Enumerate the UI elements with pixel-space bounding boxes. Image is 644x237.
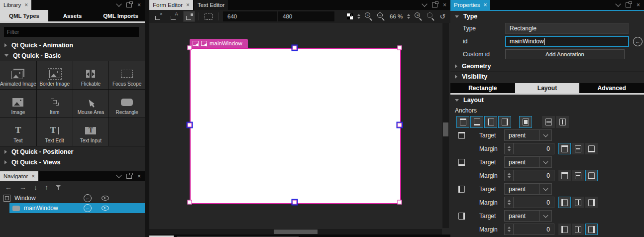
visibility-eye-icon[interactable] [102, 206, 109, 211]
library-item-mouse-area[interactable]: Mouse Area [73, 90, 109, 118]
margin-stepper[interactable] [504, 143, 514, 154]
reset-view-icon[interactable]: ↺ [439, 13, 445, 20]
tab-qml-imports[interactable]: QML Imports [97, 10, 145, 21]
close-icon[interactable]: × [137, 173, 141, 180]
section-qt-quick-positioner[interactable]: Qt Quick - Positioner [0, 146, 145, 157]
edge-bottom-button[interactable] [585, 143, 598, 154]
anchor-vertical-center-button[interactable] [542, 116, 555, 128]
override-width-field[interactable]: 640 [223, 11, 277, 21]
chevron-down-icon[interactable] [422, 1, 427, 6]
float-window-icon[interactable] [432, 2, 437, 7]
tab-text-editor[interactable]: Text Editor [194, 0, 228, 10]
visibility-eye-icon[interactable] [102, 196, 109, 201]
resize-handle-bottom-left[interactable] [188, 200, 192, 205]
export-alias-icon[interactable]: ← [84, 194, 92, 202]
subtab-rectangle[interactable]: Rectangle [450, 83, 515, 93]
top-target-dropdown[interactable]: parent [504, 129, 552, 141]
edge-left-button[interactable] [558, 224, 571, 235]
right-target-dropdown[interactable]: parent [504, 210, 552, 222]
anchor-top-button[interactable] [456, 116, 469, 128]
tree-row-window[interactable]: Window ← [0, 193, 145, 203]
resize-handle-mid-left[interactable] [188, 123, 192, 127]
close-icon[interactable]: × [137, 1, 141, 8]
library-item-focus-scope[interactable]: Focus Scope [109, 61, 145, 89]
subtab-layout[interactable]: Layout [515, 83, 580, 93]
vertical-scroll-thumb[interactable] [443, 122, 448, 136]
export-alias-icon[interactable]: ← [84, 204, 92, 212]
library-item-rectangle[interactable]: Rectangle [109, 90, 145, 118]
type-value-field[interactable]: Rectangle [505, 23, 629, 34]
add-annotation-button[interactable]: Add Annotation [505, 49, 625, 59]
properties-tab[interactable]: Properties × [450, 0, 490, 10]
edge-vcenter-button[interactable] [572, 143, 584, 154]
snap-anchors-button[interactable]: A [168, 11, 180, 22]
section-qt-quick-basic[interactable]: Qt Quick - Basic [0, 50, 145, 61]
snapping-button[interactable] [183, 11, 195, 22]
section-qt-quick-animation[interactable]: Qt Quick - Animation [0, 40, 145, 50]
navigator-tab[interactable]: Navigator × [0, 171, 38, 181]
zoom-out-icon[interactable]: − [377, 12, 385, 20]
anchor-left-button[interactable] [484, 116, 497, 128]
zoom-stepper-icon[interactable] [407, 14, 410, 19]
canvas-horizontal-scrollbar[interactable] [149, 229, 442, 235]
tree-row-mainwindow[interactable]: mainWindow ← [0, 203, 145, 213]
move-left-icon[interactable]: ← [5, 183, 12, 191]
chevron-down-icon[interactable] [615, 1, 621, 6]
close-icon[interactable]: × [186, 2, 190, 8]
anchor-right-button[interactable] [498, 116, 511, 128]
background-stepper-icon[interactable] [357, 14, 360, 19]
float-window-icon[interactable] [126, 174, 132, 179]
filter-icon[interactable] [56, 185, 61, 190]
edge-hcenter-button[interactable] [572, 224, 584, 235]
margin-stepper[interactable] [504, 170, 514, 181]
tab-form-editor[interactable]: Form Editor × [149, 0, 193, 10]
mainwindow-rectangle[interactable] [190, 48, 401, 204]
edge-bottom-button[interactable] [585, 170, 598, 181]
float-window-icon[interactable] [626, 2, 631, 7]
subtab-advanced[interactable]: Advanced [579, 83, 644, 93]
library-item-item[interactable]: Item [37, 90, 73, 118]
tab-assets[interactable]: Assets [48, 10, 97, 21]
edge-right-button[interactable] [585, 224, 598, 235]
zoom-selection-icon[interactable] [427, 12, 435, 20]
close-icon[interactable]: × [443, 1, 446, 8]
edge-top-button[interactable] [558, 170, 571, 181]
canvas-background-icon[interactable] [347, 13, 353, 19]
canvas-vertical-scrollbar[interactable] [442, 23, 449, 228]
anchor-bottom-button[interactable] [470, 116, 483, 128]
design-canvas[interactable]: mainWindow [149, 23, 450, 228]
section-qt-quick-views[interactable]: Qt Quick - Views [0, 157, 145, 167]
no-snapping-button[interactable]: × [152, 11, 164, 22]
reset-id-icon[interactable]: ← [633, 37, 643, 46]
section-layout[interactable]: Layout [450, 95, 644, 106]
edge-right-button[interactable] [585, 197, 598, 208]
library-item-animated-image[interactable]: Animated Image [0, 61, 36, 89]
close-icon[interactable]: × [24, 2, 28, 8]
resize-handle-mid-right[interactable] [398, 123, 402, 127]
show-bounds-button[interactable] [203, 11, 215, 22]
anchor-fill-button[interactable] [519, 116, 532, 128]
library-item-flickable[interactable]: Flickable [73, 61, 109, 89]
move-right-icon[interactable]: → [19, 183, 26, 191]
edge-top-button[interactable] [558, 143, 571, 154]
close-icon[interactable]: × [637, 1, 640, 8]
resize-handle-bottom-right[interactable] [398, 200, 402, 205]
margin-stepper[interactable] [504, 224, 514, 235]
chevron-down-icon[interactable] [116, 172, 121, 178]
resize-handle-top-center[interactable] [293, 46, 297, 50]
override-height-field[interactable]: 480 [278, 11, 334, 21]
edge-left-button[interactable] [558, 197, 571, 208]
move-up-icon[interactable]: ↑ [45, 183, 48, 191]
library-item-text[interactable]: T Text [0, 118, 36, 146]
right-margin-value[interactable]: 0 [514, 224, 554, 235]
library-item-border-image[interactable]: Border Image [37, 61, 73, 89]
move-down-icon[interactable]: ↓ [34, 183, 37, 191]
chevron-down-icon[interactable] [539, 184, 551, 194]
tab-qml-types[interactable]: QML Types [0, 10, 48, 21]
zoom-in-icon[interactable]: + [365, 12, 373, 20]
left-target-dropdown[interactable]: parent [504, 183, 552, 195]
edge-vcenter-button[interactable] [572, 170, 584, 181]
resize-handle-bottom-center[interactable] [293, 200, 297, 205]
edge-hcenter-button[interactable] [572, 197, 584, 208]
resize-handle-top-right[interactable] [398, 46, 402, 50]
